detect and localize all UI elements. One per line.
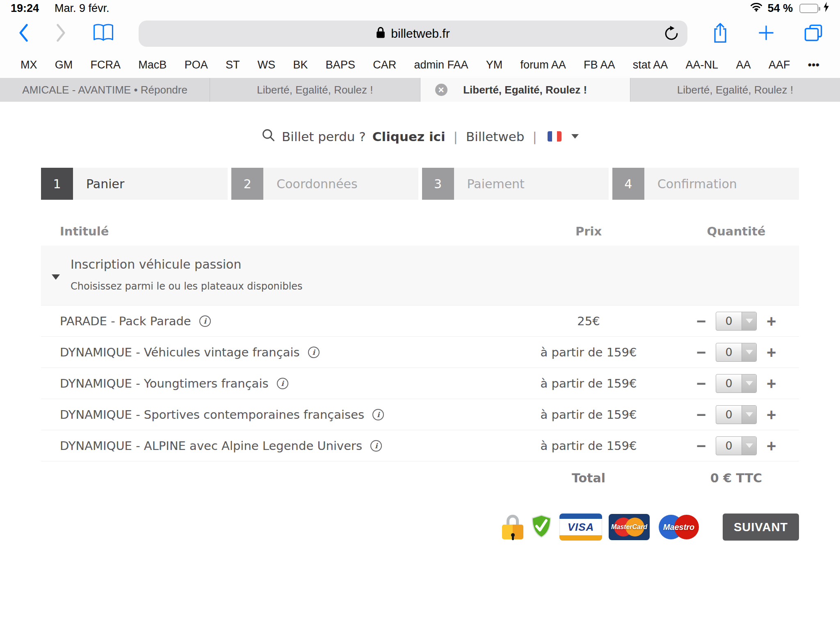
tab-amicale-avantime[interactable]: AMICALE - AVANTIME • Répondre xyxy=(0,78,210,102)
bookmark-item[interactable]: FB AA xyxy=(584,59,615,71)
bookmark-item[interactable]: BK xyxy=(293,59,308,71)
forward-icon[interactable] xyxy=(55,23,67,44)
site-header: Billet perdu ? Cliquez ici | Billetweb | xyxy=(0,102,840,145)
step-paiement: 3 Paiement xyxy=(422,168,609,200)
info-icon[interactable] xyxy=(277,378,288,389)
charging-bolt-icon xyxy=(823,2,829,15)
bookmark-item[interactable]: YM xyxy=(486,59,503,71)
bookmark-item[interactable]: AA xyxy=(736,59,751,71)
total-value: 0 € TTC xyxy=(673,471,799,485)
quantity-select[interactable]: 0 xyxy=(716,405,757,424)
quantity-select[interactable]: 0 xyxy=(716,312,757,331)
group-title: Inscription véhicule passion xyxy=(71,257,303,272)
page-content: Billet perdu ? Cliquez ici | Billetweb |… xyxy=(0,102,840,541)
price-cell: à partir de 159€ xyxy=(504,439,673,453)
info-icon[interactable] xyxy=(370,440,382,452)
minus-button[interactable]: − xyxy=(696,344,706,361)
table-row: PARADE - Pack Parade 25€ − 0 + xyxy=(41,305,799,336)
bookmark-item[interactable]: WS xyxy=(258,59,276,71)
bookmark-item[interactable]: MacB xyxy=(138,59,167,71)
close-tab-icon[interactable] xyxy=(435,84,447,96)
reload-icon[interactable] xyxy=(664,25,679,45)
wifi-icon xyxy=(750,2,762,15)
plus-button[interactable]: + xyxy=(767,313,776,329)
bookmark-item[interactable]: stat AA xyxy=(633,59,668,71)
battery-icon xyxy=(799,4,818,13)
quantity-select[interactable]: 0 xyxy=(716,374,757,393)
minus-button[interactable]: − xyxy=(696,406,706,423)
step-confirmation: 4 Confirmation xyxy=(612,168,799,200)
bookmark-item[interactable]: AAF xyxy=(769,59,790,71)
mastercard-icon: MasterCard xyxy=(609,514,650,540)
bookmark-item[interactable]: ST xyxy=(226,59,240,71)
tabs-overview-icon[interactable] xyxy=(804,24,823,43)
bookmark-item[interactable]: CAR xyxy=(373,59,396,71)
checkout-steps: 1 Panier 2 Coordonnées 3 Paiement 4 Conf… xyxy=(41,168,799,200)
bookmark-item[interactable]: BAPS xyxy=(326,59,355,71)
bookmark-item[interactable]: admin FAA xyxy=(414,59,468,71)
products-table: Intitulé Prix Quantité Inscription véhic… xyxy=(41,217,799,495)
browser-toolbar: billetweb.fr xyxy=(0,16,840,52)
bookmark-item[interactable]: POA xyxy=(185,59,208,71)
plus-button[interactable]: + xyxy=(767,438,776,454)
bookmarks-bar: MX GM FCRA MacB POA ST WS BK BAPS CAR ad… xyxy=(0,52,840,78)
address-bar[interactable]: billetweb.fr xyxy=(139,21,687,47)
share-icon[interactable] xyxy=(712,22,728,45)
step-panier: 1 Panier xyxy=(41,168,228,200)
language-chevron-down-icon[interactable] xyxy=(571,134,579,139)
category-group-row[interactable]: Inscription véhicule passion Choisissez … xyxy=(41,246,799,305)
table-row: DYNAMIQUE - Sportives contemporaines fra… xyxy=(41,399,799,430)
status-date: Mar. 9 févr. xyxy=(55,2,110,15)
select-arrow-icon xyxy=(742,374,756,393)
minus-button[interactable]: − xyxy=(696,313,706,329)
table-header: Intitulé Prix Quantité xyxy=(41,217,799,246)
bookmark-item[interactable]: FCRA xyxy=(91,59,121,71)
tab-bar: AMICALE - AVANTIME • Répondre Liberté, E… xyxy=(0,78,840,102)
url-text: billetweb.fr xyxy=(391,27,450,41)
collapse-caret-icon[interactable] xyxy=(52,274,60,280)
minus-button[interactable]: − xyxy=(696,438,706,454)
bookmarks-more-button[interactable]: ••• xyxy=(808,59,819,71)
table-row: DYNAMIQUE - Youngtimers français à parti… xyxy=(41,368,799,399)
select-arrow-icon xyxy=(742,406,756,424)
info-icon[interactable] xyxy=(308,347,320,358)
price-cell: à partir de 159€ xyxy=(504,408,673,422)
battery-percent: 54 % xyxy=(767,2,793,15)
bookmarks-icon[interactable] xyxy=(93,23,114,44)
select-arrow-icon xyxy=(742,437,756,455)
step-coordonnees: 2 Coordonnées xyxy=(231,168,418,200)
bookmark-item[interactable]: MX xyxy=(21,59,37,71)
tab-liberte-3[interactable]: Liberté, Egalité, Roulez ! xyxy=(630,78,840,102)
minus-button[interactable]: − xyxy=(696,375,706,392)
group-subtitle: Choisissez parmi le ou les plateaux disp… xyxy=(71,281,303,292)
billetweb-link[interactable]: Billetweb xyxy=(466,129,524,144)
bookmark-item[interactable]: AA-NL xyxy=(686,59,719,71)
lost-ticket-text: Billet perdu ? xyxy=(282,129,366,144)
click-here-link[interactable]: Cliquez ici xyxy=(372,129,445,144)
new-tab-icon[interactable] xyxy=(757,24,775,43)
select-arrow-icon xyxy=(742,343,756,361)
back-icon[interactable] xyxy=(17,23,30,44)
tab-liberte-1[interactable]: Liberté, Egalité, Roulez ! xyxy=(210,78,420,102)
table-row: DYNAMIQUE - ALPINE avec Alpine Legende U… xyxy=(41,430,799,461)
bookmark-item[interactable]: forum AA xyxy=(520,59,566,71)
quantity-select[interactable]: 0 xyxy=(716,343,757,362)
bookmark-item[interactable]: GM xyxy=(55,59,73,71)
tab-liberte-active[interactable]: Liberté, Egalité, Roulez ! xyxy=(420,78,630,102)
plus-button[interactable]: + xyxy=(767,375,776,392)
shield-check-icon xyxy=(530,514,553,540)
info-icon[interactable] xyxy=(372,409,384,420)
quantity-select[interactable]: 0 xyxy=(716,436,757,455)
price-cell: à partir de 159€ xyxy=(504,377,673,390)
secure-padlock-icon xyxy=(502,515,523,539)
info-icon[interactable] xyxy=(199,315,211,327)
plus-button[interactable]: + xyxy=(767,344,776,361)
search-icon[interactable] xyxy=(261,128,275,145)
total-label: Total xyxy=(504,471,673,485)
french-flag-icon[interactable] xyxy=(548,131,562,142)
total-row: Total 0 € TTC xyxy=(41,461,799,495)
suivant-button[interactable]: SUIVANT xyxy=(723,514,799,541)
status-bar: 19:24 Mar. 9 févr. 54 % xyxy=(0,0,840,16)
plus-button[interactable]: + xyxy=(767,406,776,423)
visa-icon: VISA xyxy=(559,514,602,541)
